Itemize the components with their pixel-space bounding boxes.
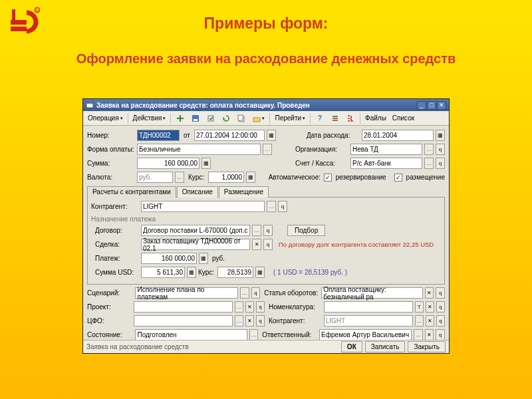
number-input[interactable]: ТДН00002 [137,130,180,141]
resp-open-button[interactable]: q [436,329,445,340]
article-clear-button[interactable]: ✕ [425,287,434,299]
expdate-picker-button[interactable]: ▦ [436,130,445,141]
nomen-t-button[interactable]: T [415,301,424,313]
rate2-calc-button[interactable]: ▦ [255,267,265,278]
scenario-label: Сценарий: [87,289,133,297]
deal-input[interactable]: Заказ поставщику ТДН00006 от 02.1 [141,239,250,250]
date-input[interactable]: 27.01.2004 12:00:00 [194,130,265,141]
sum-calc-button[interactable]: ▦ [201,158,211,169]
maximize-button[interactable]: □ [427,101,436,110]
deal-open-button[interactable]: q [263,239,273,250]
date-from-label: от [182,132,192,139]
org-select-button[interactable]: … [424,144,434,155]
payform-input[interactable]: Безналичные [137,144,261,155]
rate-calc-button[interactable]: ▦ [246,172,255,183]
files-button[interactable]: Файлы [362,112,389,124]
scenario-input[interactable]: Исполнение плана по платежам [135,287,238,299]
svg-rect-0 [11,20,27,25]
nomen-x-button[interactable]: ✕ [426,301,434,313]
currency-label: Валюта: [87,174,135,181]
account-select-button[interactable]: … [424,158,434,169]
payment-calc-button[interactable]: ▦ [199,253,208,264]
payment-input[interactable]: 160 000,00 [141,253,197,264]
resp-x-button[interactable]: ✕ [425,329,434,340]
contr2-select-button[interactable]: … [415,315,424,327]
titlebar[interactable]: Заявка на расходование средств: оплата п… [83,99,449,111]
contr2-x-button[interactable]: ✕ [426,315,434,327]
place-checkbox[interactable]: ✓ [394,174,402,182]
scenario-select-button[interactable]: … [240,287,249,299]
toolbar-new-icon[interactable] [173,112,188,124]
org-input[interactable]: Нева ТД [350,144,422,155]
debt-note: По договору долг контрагента составляет … [279,241,434,248]
close-button[interactable]: ✕ [437,101,446,110]
state-input[interactable]: Подготовлен [135,329,247,340]
expdate-input[interactable]: 28.01.2004 [362,130,434,141]
currency-input[interactable]: руб. [137,172,173,183]
currency-select-button[interactable]: … [175,172,184,183]
rate-input[interactable]: 1,0000 [208,172,244,183]
payform-select-button[interactable]: … [263,144,272,155]
resp-select-button[interactable]: … [414,329,423,340]
reserve-checkbox[interactable]: ✓ [324,174,332,182]
help-icon[interactable]: ? [313,112,327,124]
org-open-button[interactable]: q [436,144,445,155]
toolbar: Операция ▾ Действия ▾ ▾ Перейти ▾ ? Файл… [83,111,449,126]
scenario-open-button[interactable]: q [251,287,261,299]
close-form-button[interactable]: Закрыть [408,341,446,352]
list-button[interactable]: Список [390,112,417,124]
minimize-button[interactable]: _ [417,101,426,110]
toolbar-tree-icon[interactable] [343,112,358,124]
project-clear-button[interactable]: … [235,301,243,313]
nomen-input[interactable] [324,301,413,313]
nomen-open-button[interactable]: q [436,301,445,313]
project-open-button[interactable]: q [256,301,265,313]
toolbar-list-icon[interactable] [328,112,342,124]
article-input[interactable]: Оплата поставщику: безналичный ра [321,287,423,299]
sumusd-calc-button[interactable]: ▦ [187,267,196,278]
actions-menu[interactable]: Действия ▾ [130,112,169,124]
ok-button[interactable]: ОК [341,341,362,352]
save-button[interactable]: Записать [365,341,406,352]
contragent-select-button[interactable]: … [267,201,276,212]
sum-input[interactable]: 160 000,00 [137,158,200,169]
toolbar-refresh-icon[interactable] [219,112,233,124]
tab-placement[interactable]: Размещение [219,186,269,198]
state-select-button[interactable]: … [249,329,259,340]
resp-input[interactable]: Ефремов Артур Васильевич [319,329,412,340]
toolbar-copy-icon[interactable] [234,112,249,124]
org-label: Организация: [295,146,348,153]
footer: Заявка на расходование средств ОК Записа… [83,340,449,353]
podbor-button[interactable]: Подбор [287,225,325,236]
contragent-input[interactable]: LIGHT [141,201,265,212]
toolbar-save-icon[interactable] [188,112,203,124]
contract-input[interactable]: Договор поставки L-670000 (доп.с [141,225,250,236]
account-open-button[interactable]: q [436,158,445,169]
toolbar-post-icon[interactable] [203,112,218,124]
account-input[interactable]: Р/с Авт-банк [350,158,422,169]
article-open-button[interactable]: q [436,287,445,299]
tab-description[interactable]: Описание [177,186,218,198]
cfo-input[interactable] [134,315,233,327]
goto-menu[interactable]: Перейти ▾ [272,112,308,124]
contract-open-button[interactable]: q [263,225,273,236]
window-title: Заявка на расходование средств: оплата п… [96,102,417,109]
cfo-clear-button[interactable]: … [235,315,243,327]
deal-clear-button[interactable]: ✕ [252,239,261,250]
project-x-button[interactable]: ✕ [245,301,254,313]
sumusd-input[interactable]: 5 611,30 [141,267,185,278]
contr2-input[interactable]: LIGHT [324,315,413,327]
toolbar-basedon-icon[interactable]: ▾ [249,112,267,124]
tab-settlements[interactable]: Расчеты с контрагентами [87,186,176,198]
contragent-open-button[interactable]: q [278,201,287,212]
cfo-x-button[interactable]: ✕ [245,315,254,327]
operation-menu[interactable]: Операция ▾ [85,112,126,124]
cfo-open-button[interactable]: q [256,315,265,327]
rate2-input[interactable]: 28,5139 [217,267,253,278]
date-picker-button[interactable]: ▦ [267,130,276,141]
project-input[interactable] [134,301,233,313]
contract-select-button[interactable]: … [252,225,261,236]
account-label: Счет / Касса: [295,160,348,167]
contr2-open-button[interactable]: q [436,315,445,327]
expdate-label: Дата расхода: [307,132,360,139]
